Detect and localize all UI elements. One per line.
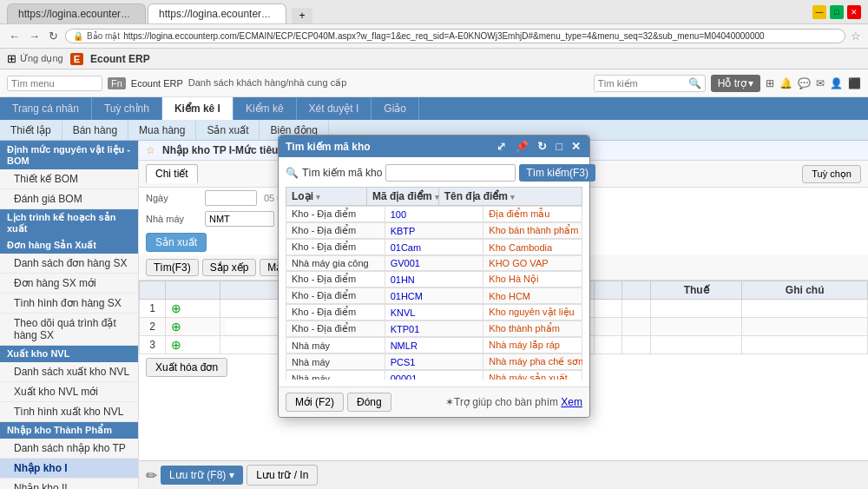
- modal-table-row[interactable]: Kho - Địa điểm KTP01 Kho thành phẩm: [286, 320, 582, 337]
- add-icon-2[interactable]: ⊕: [171, 320, 181, 334]
- modal-pin-icon[interactable]: 📌: [513, 140, 530, 153]
- tab-giao[interactable]: Giảo: [372, 97, 419, 120]
- tab-close-1[interactable]: ✕: [143, 8, 146, 20]
- sub-nav-thiet-lap[interactable]: Thiết lập: [0, 120, 62, 140]
- row-plus-2[interactable]: ⊕: [166, 318, 220, 336]
- modal-help-link[interactable]: Xem: [561, 396, 582, 408]
- logout-icon[interactable]: ⬛: [848, 77, 861, 89]
- tab-xet-duyet[interactable]: Xét duyệt I: [297, 97, 372, 120]
- tab-trang-ca-nhan[interactable]: Trang cá nhân: [0, 97, 92, 120]
- col-loai-sort: ▾: [316, 193, 320, 202]
- modal-table-row[interactable]: Kho - Địa điểm 01HN Kho Hà Nội: [286, 271, 582, 287]
- col-ma-header[interactable]: Mã địa điểm ▾: [367, 188, 439, 206]
- factory-input[interactable]: [205, 211, 274, 227]
- modal-table-row[interactable]: Nhà máy gia công GV001 KHO GO VAP: [286, 255, 582, 271]
- tuy-chon-button[interactable]: Tuỳ chọn: [802, 165, 861, 183]
- row-plus-3[interactable]: ⊕: [166, 336, 220, 354]
- maximize-button[interactable]: □: [830, 5, 844, 19]
- save-button[interactable]: Lưu trữ (F8) ▾: [161, 466, 243, 485]
- modal-table-row[interactable]: Nhà máy 00001 Nhà máy sản xuất: [286, 370, 582, 380]
- browser-tab-2[interactable]: https://logina.ecounterp... ✕: [148, 3, 286, 23]
- sidebar-item-tinh-hinh-xuat-kho[interactable]: Tình hình xuất kho NVL: [0, 402, 138, 422]
- add-icon-1[interactable]: ⊕: [171, 301, 181, 315]
- refresh-button[interactable]: ↻: [47, 28, 60, 44]
- modal-table-row[interactable]: Kho - Địa điểm 01HCM Kho HCM: [286, 287, 582, 304]
- help-button[interactable]: Hỗ trợ ▾: [711, 75, 760, 92]
- modal-expand-icon[interactable]: ⤢: [495, 140, 508, 153]
- sub-nav-ban-hang[interactable]: Bán hàng: [62, 120, 128, 140]
- dong-button[interactable]: Đóng: [347, 393, 391, 412]
- modal-minimize-icon[interactable]: □: [554, 140, 564, 153]
- chat-icon[interactable]: 💬: [798, 77, 811, 89]
- back-button[interactable]: ←: [7, 28, 22, 44]
- col-loai-header[interactable]: Loại ▾: [286, 188, 367, 206]
- sidebar-item-ds-nhap-kho-tp[interactable]: Danh sách nhập kho TP: [0, 439, 138, 459]
- star-icon[interactable]: ☆: [851, 30, 861, 43]
- row-code-5: 01HCM: [385, 288, 483, 304]
- sidebar-item-nhap-kho-ii[interactable]: Nhập kho II: [0, 479, 138, 489]
- modal-table-row[interactable]: Nhà máy PCS1 Nhà máy pha chế sơn: [286, 354, 582, 370]
- row-type-4: Kho - Địa điểm: [286, 272, 385, 287]
- row-thue-3: [651, 336, 742, 354]
- menu-search-box[interactable]: [7, 76, 102, 91]
- luu-tru-in-button[interactable]: Lưu trữ / In: [247, 465, 318, 486]
- modal-refresh-icon[interactable]: ↻: [536, 140, 549, 153]
- sidebar-item-tinh-hinh-don-hang[interactable]: Tình hình đơn hàng SX: [0, 294, 138, 314]
- moi-f2-button[interactable]: Mới (F2): [286, 393, 344, 412]
- sidebar-item-xuat-kho-nvl-moi[interactable]: Xuất kho NVL mới: [0, 382, 138, 402]
- sidebar-item-danh-gia-bom[interactable]: Đánh giá BOM: [0, 189, 138, 209]
- bell-icon[interactable]: 🔔: [779, 77, 792, 89]
- modal-table-row[interactable]: Nhà máy NMLR Nhà máy lắp ráp: [286, 337, 582, 354]
- browser-tab-1[interactable]: https://logina.ecounterp... ✕: [7, 3, 146, 23]
- grid-icon[interactable]: ⊞: [766, 77, 774, 89]
- tab-chi-tiet[interactable]: Chi tiết: [146, 164, 198, 183]
- minimize-button[interactable]: —: [812, 5, 826, 19]
- menu-search-input[interactable]: [11, 78, 98, 89]
- modal-table-row[interactable]: Kho - Địa điểm 100 Địa điểm mẫu: [286, 206, 582, 222]
- col-ten-header[interactable]: Tên địa điểm ▾: [438, 188, 582, 206]
- sub-nav-mua-hang[interactable]: Mua hàng: [128, 120, 196, 140]
- sidebar-item-theo-doi-qua-trinh[interactable]: Theo dõi quá trình đặt hàng SX: [0, 314, 138, 346]
- toolbar-icons: ⊞ 🔔 💬 ✉ 👤 ⬛: [766, 77, 861, 89]
- modal-search-button[interactable]: Tìm kiếm(F3): [519, 164, 595, 182]
- san-xuat-button[interactable]: Sản xuất: [146, 233, 207, 252]
- sidebar-item-nhap-kho-i[interactable]: Nhập kho I: [0, 459, 138, 479]
- main-search-box[interactable]: 🔍: [594, 75, 706, 92]
- search-icon[interactable]: 🔍: [688, 77, 701, 89]
- tab-close-2[interactable]: ✕: [284, 8, 286, 20]
- modal-search-text: Tìm kiếm mã kho: [302, 167, 382, 179]
- modal-close-icon[interactable]: ✕: [569, 140, 582, 153]
- add-icon-3[interactable]: ⊕: [171, 338, 181, 352]
- star-icon[interactable]: ☆: [146, 144, 155, 156]
- main-search-input[interactable]: [598, 78, 685, 89]
- apps-grid-icon[interactable]: ⊞: [7, 52, 16, 65]
- modal-table-row[interactable]: Kho - Địa điểm KBTP Kho bán thành phẩm: [286, 222, 582, 239]
- forward-button[interactable]: →: [27, 28, 42, 44]
- sap-xep-button[interactable]: Sắp xếp: [202, 259, 257, 276]
- tab-tuy-chinh[interactable]: Tuỳ chỉnh: [92, 97, 162, 120]
- tab-kiem-ke-i[interactable]: Kiểm kê I: [162, 97, 233, 120]
- date-input[interactable]: [205, 190, 257, 206]
- date-label: Ngày: [146, 193, 198, 203]
- sub-nav-san-xuat[interactable]: Sản xuất: [196, 120, 260, 140]
- row-name-7: Kho thành phẩm: [483, 321, 582, 337]
- tab-kiem-ke[interactable]: Kiểm kê: [233, 97, 297, 120]
- new-tab-button[interactable]: +: [292, 8, 312, 23]
- edit-icon[interactable]: ✏: [146, 467, 157, 484]
- modal-table-row[interactable]: Kho - Địa điểm 01Cam Kho Cambodia: [286, 239, 582, 255]
- modal-search-input[interactable]: [385, 164, 516, 182]
- close-button[interactable]: ✕: [847, 5, 861, 19]
- modal-table-row[interactable]: Kho - Địa điểm KNVL Kho nguyên vật liệu: [286, 304, 582, 320]
- address-box[interactable]: 🔒 Bảo mật https://logina.eccounterp.com/…: [65, 29, 845, 43]
- sidebar-item-don-hang-sx-moi[interactable]: Đơn hàng SX mới: [0, 274, 138, 294]
- row-plus-1[interactable]: ⊕: [166, 300, 220, 318]
- mail-icon[interactable]: ✉: [816, 77, 825, 89]
- sidebar-item-ds-don-hang-sx[interactable]: Danh sách đơn hàng SX: [0, 254, 138, 274]
- tim-f3-button[interactable]: Tìm(F3): [146, 259, 199, 276]
- sidebar-item-thiet-ke-bom[interactable]: Thiết kế BOM: [0, 169, 138, 189]
- xuat-hoa-don-button[interactable]: Xuất hóa đơn: [146, 358, 227, 377]
- person-icon[interactable]: 👤: [830, 77, 843, 89]
- row-ghi-chu-1: [742, 300, 868, 318]
- help-label: Hỗ trợ: [718, 77, 746, 89]
- sidebar-item-ds-xuat-kho-nvl[interactable]: Danh sách xuất kho NVL: [0, 362, 138, 382]
